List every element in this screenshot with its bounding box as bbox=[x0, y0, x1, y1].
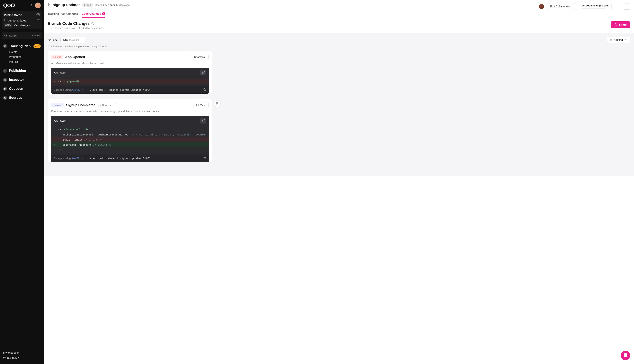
code-language: iOS - Swift bbox=[54, 119, 66, 122]
tab-label: Code Changes bbox=[82, 12, 101, 15]
avo-cli-link[interactable]: Avo CLI bbox=[71, 88, 83, 91]
search-placeholder: Search bbox=[9, 34, 31, 37]
logo[interactable]: QO bbox=[3, 2, 15, 8]
diff-view-select[interactable]: Unified bbox=[607, 37, 630, 43]
main-content: signup-updates DRAFT Opened by Thora 14 … bbox=[44, 0, 634, 364]
more-menu-button[interactable] bbox=[624, 4, 630, 10]
copy-button[interactable] bbox=[203, 88, 206, 92]
nav-properties[interactable]: Properties bbox=[2, 54, 42, 60]
tracking-plan-icon: ⊞ bbox=[3, 44, 7, 48]
event-status-chip: Updated bbox=[51, 103, 64, 107]
collaborator-avatar[interactable] bbox=[539, 4, 544, 9]
warning-badge: ⚠ 8 bbox=[34, 44, 41, 48]
gear-icon[interactable] bbox=[36, 13, 40, 17]
code-line: ) bbox=[51, 148, 209, 152]
search-input[interactable]: Search cmd+k bbox=[2, 32, 42, 39]
source-select[interactable]: iOS 2 events bbox=[61, 37, 85, 43]
nav-codegen[interactable]: ▶ Codegen bbox=[2, 85, 42, 92]
tab-code-changes[interactable]: Code Changes 4 bbox=[82, 10, 105, 18]
hamburger-icon[interactable] bbox=[37, 18, 40, 22]
source-count: 2 events bbox=[69, 38, 79, 42]
branch-status-chip: OPEN bbox=[4, 24, 12, 27]
nav-label: Publishing bbox=[9, 69, 26, 73]
chevron-down-icon bbox=[625, 38, 627, 41]
svg-rect-13 bbox=[204, 89, 206, 90]
svg-point-1 bbox=[4, 19, 5, 20]
tab-tracking-plan-changes[interactable]: Tracking Plan Changes bbox=[48, 10, 78, 18]
expand-seen-button[interactable] bbox=[611, 4, 616, 9]
page-subtitle: 3 events on 3 sources are affected by th… bbox=[48, 26, 103, 30]
svg-point-10 bbox=[627, 7, 627, 7]
svg-point-8 bbox=[627, 5, 627, 6]
user-avatar[interactable] bbox=[35, 2, 41, 8]
nav-events[interactable]: Events bbox=[2, 50, 42, 54]
invite-people-link[interactable]: Invite people bbox=[3, 350, 41, 356]
nav-label: Tracking Plan bbox=[9, 44, 31, 48]
comment-bubble[interactable] bbox=[214, 100, 221, 107]
svg-point-2 bbox=[4, 21, 5, 21]
page-title: Branch Code Changes bbox=[48, 21, 103, 26]
event-description: All references to this event should be r… bbox=[48, 62, 212, 68]
nav-metrics[interactable]: Metrics bbox=[2, 60, 42, 64]
svg-rect-14 bbox=[197, 104, 199, 106]
share-icon bbox=[614, 23, 617, 26]
nav-tracking-plan[interactable]: ⊞ Tracking Plan ⚠ 8 bbox=[2, 42, 42, 50]
sources-icon: ◐ bbox=[3, 96, 7, 100]
nav-label: Inspector bbox=[9, 78, 24, 82]
topbar: signup-updates DRAFT Opened by Thora 14 … bbox=[44, 0, 634, 18]
nav-publishing[interactable]: Publishing bbox=[2, 67, 42, 74]
code-line: - email: email /* string */ bbox=[51, 137, 209, 142]
link-button[interactable] bbox=[200, 118, 206, 124]
draft-chip: DRAFT bbox=[82, 3, 93, 7]
copy-button[interactable] bbox=[203, 156, 206, 160]
view-changes-link[interactable]: View changes bbox=[14, 24, 30, 27]
code-language: iOS - Swift bbox=[54, 71, 66, 74]
flag-icon[interactable] bbox=[29, 4, 33, 8]
help-icon[interactable] bbox=[91, 22, 94, 25]
svg-point-4 bbox=[5, 34, 7, 36]
layout-icon bbox=[609, 38, 612, 41]
codegen-icon: ▶ bbox=[3, 87, 7, 91]
svg-point-6 bbox=[48, 6, 49, 6]
nav-label: Codegen bbox=[9, 87, 23, 91]
branch-icon bbox=[48, 3, 51, 7]
publishing-icon bbox=[3, 69, 7, 73]
code-block: iOS - Swift - Avo.appOpened() Codegen us… bbox=[51, 68, 209, 94]
search-shortcut: cmd+k bbox=[32, 34, 40, 37]
whats-new-link[interactable]: What's new? bbox=[3, 355, 41, 360]
code-line: Avo.signupCompleted( bbox=[51, 127, 209, 132]
unarchive-button[interactable]: Unarchive bbox=[191, 54, 209, 60]
event-description: Event sent when a user has successfully … bbox=[48, 110, 212, 116]
share-label: Share bbox=[619, 23, 626, 26]
nav-sources[interactable]: ◐ Sources bbox=[2, 94, 42, 101]
edit-collaborators-button[interactable]: Edit Collaborators bbox=[547, 3, 575, 10]
tab-badge: 4 bbox=[102, 12, 105, 15]
svg-point-9 bbox=[627, 6, 627, 6]
event-card: Deleted App Opened UnarchiveAll referenc… bbox=[48, 51, 212, 94]
branch-name[interactable]: signup-updates bbox=[8, 19, 26, 22]
panel-icon bbox=[196, 104, 199, 106]
intercom-launcher[interactable] bbox=[621, 351, 630, 360]
codegen-command: $ avo pull --branch signup-updates "iOS" bbox=[89, 88, 200, 91]
code-changes-seen: 0/4 code changes seen bbox=[578, 3, 620, 10]
codegen-using-label: Codegen using Avo CLI bbox=[54, 157, 83, 160]
code-line: authenticationMethod: authenticationMeth… bbox=[51, 132, 209, 137]
event-card: Updated Signup CompletedNever seen ViewE… bbox=[48, 99, 212, 162]
share-button[interactable]: Share bbox=[611, 21, 630, 28]
svg-point-5 bbox=[48, 3, 49, 4]
workspace-name[interactable]: Puzzle Game bbox=[4, 13, 22, 16]
branch-title: signup-updates bbox=[53, 3, 80, 7]
svg-point-0 bbox=[38, 14, 39, 15]
codegen-using-label: Codegen using Avo CLI bbox=[54, 88, 83, 91]
opened-by: Opened by Thora 14 days ago bbox=[95, 4, 130, 6]
view-mode-label: Unified bbox=[614, 38, 623, 42]
code-line: - Avo.appOpened() bbox=[51, 79, 209, 84]
event-status-chip: Deleted bbox=[51, 55, 63, 59]
avo-cli-link[interactable]: Avo CLI bbox=[71, 157, 83, 160]
nav-inspector[interactable]: ◎ Inspector bbox=[2, 76, 42, 83]
view-button[interactable]: View bbox=[193, 102, 209, 108]
sidebar: QO Puzzle Game signup-updates OPEN View … bbox=[0, 0, 44, 364]
branch-icon bbox=[4, 19, 6, 22]
link-button[interactable] bbox=[200, 70, 206, 76]
code-line: + username: username /* string */ bbox=[51, 142, 209, 148]
